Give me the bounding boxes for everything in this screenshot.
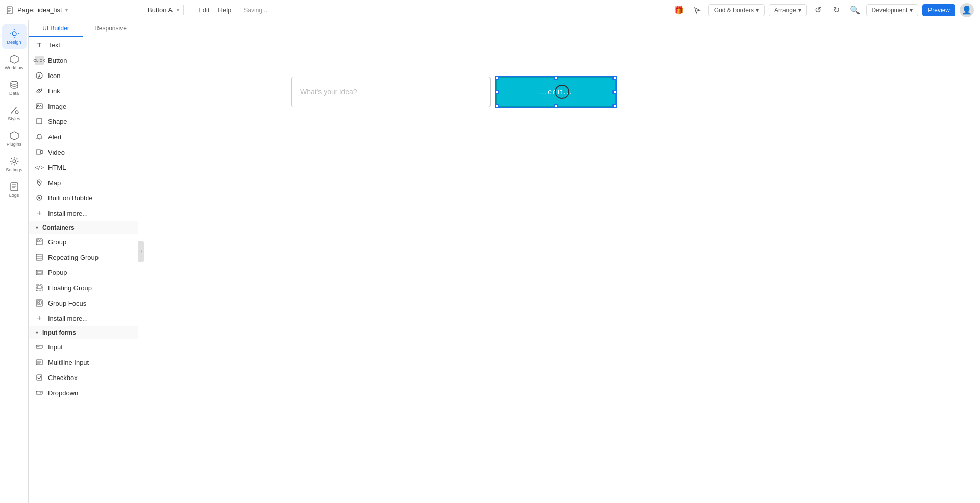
- styles-icon: [9, 105, 19, 115]
- search-button[interactable]: 🔍: [848, 3, 862, 17]
- cursor-tool-icon[interactable]: [690, 3, 704, 17]
- workflow-label: Workflow: [5, 65, 23, 70]
- resize-handle-tl[interactable]: [495, 76, 499, 80]
- settings-label: Settings: [6, 167, 22, 172]
- input-forms-label: Input forms: [42, 329, 76, 336]
- tab-ui-builder[interactable]: UI Builder: [29, 20, 83, 37]
- svg-point-25: [39, 181, 40, 183]
- element-built-on-bubble[interactable]: Built on Bubble: [29, 190, 138, 206]
- element-image[interactable]: Image: [29, 98, 138, 114]
- containers-section-header[interactable]: ▼ Containers: [29, 221, 138, 234]
- svg-rect-37: [37, 286, 41, 289]
- html-icon: </>: [35, 163, 44, 172]
- sidebar-item-plugins[interactable]: Plugins: [2, 127, 27, 151]
- resize-handle-tm[interactable]: [554, 76, 558, 80]
- element-map[interactable]: Map: [29, 175, 138, 190]
- element-icon[interactable]: ★ Icon: [29, 68, 138, 83]
- element-group-focus[interactable]: Group Focus: [29, 295, 138, 311]
- sidebar-item-workflow[interactable]: Workflow: [2, 50, 27, 74]
- multiline-input-icon: [35, 358, 44, 367]
- element-dropdown[interactable]: Dropdown: [29, 385, 138, 400]
- canvas-input-placeholder: What's your idea?: [300, 88, 357, 96]
- group-icon: [35, 237, 44, 246]
- preview-button[interactable]: Preview: [922, 4, 955, 16]
- resize-handle-bl[interactable]: [495, 104, 499, 108]
- element-alert[interactable]: Alert: [29, 129, 138, 144]
- element-input[interactable]: Input: [29, 339, 138, 355]
- element-group[interactable]: Group: [29, 234, 138, 249]
- install-more-1[interactable]: + Install more...: [29, 206, 138, 221]
- saving-indicator: Saving...: [243, 7, 267, 14]
- gift-icon[interactable]: 🎁: [672, 3, 686, 17]
- element-shape[interactable]: Shape: [29, 114, 138, 129]
- element-floating-group[interactable]: Floating Group: [29, 280, 138, 295]
- dropdown-icon: [35, 388, 44, 397]
- resize-handle-mr[interactable]: [612, 90, 617, 94]
- element-video[interactable]: Video: [29, 144, 138, 160]
- checkbox-icon: [35, 373, 44, 382]
- svg-text:★: ★: [37, 73, 41, 79]
- svg-rect-15: [11, 183, 18, 191]
- plugins-label: Plugins: [7, 142, 22, 147]
- element-link[interactable]: Link: [29, 83, 138, 98]
- element-repeating-group[interactable]: Repeating Group: [29, 249, 138, 265]
- element-popup[interactable]: Popup: [29, 265, 138, 280]
- svg-marker-13: [10, 132, 18, 140]
- resize-handle-tr[interactable]: [612, 76, 617, 80]
- canvas-area[interactable]: What's your idea? ...edit...: [138, 20, 980, 503]
- resize-handle-br[interactable]: [612, 104, 617, 108]
- popup-icon: [35, 268, 44, 277]
- svg-rect-24: [36, 150, 41, 154]
- canvas-idea-input[interactable]: What's your idea?: [291, 77, 491, 107]
- icon-element-icon: ★: [35, 71, 44, 80]
- group-focus-icon: [35, 298, 44, 308]
- topbar-divider-1: [143, 5, 143, 15]
- topbar-divider-2: [183, 5, 184, 15]
- edit-menu[interactable]: Edit: [198, 6, 209, 14]
- svg-marker-9: [10, 55, 18, 63]
- resize-handle-ml[interactable]: [495, 90, 499, 94]
- element-text[interactable]: T Text: [29, 37, 138, 53]
- panel-collapse-handle[interactable]: ‹: [138, 241, 144, 262]
- grid-borders-button[interactable]: Grid & borders▾: [708, 4, 765, 16]
- canvas-submit-button[interactable]: ...edit...: [496, 77, 616, 107]
- svg-rect-39: [37, 301, 41, 304]
- button-icon: CLICK: [35, 56, 44, 65]
- button-a-arrow[interactable]: ▾: [177, 7, 179, 13]
- undo-button[interactable]: ↺: [811, 3, 825, 17]
- tab-responsive[interactable]: Responsive: [83, 20, 138, 37]
- sidebar-item-styles[interactable]: Styles: [2, 101, 27, 125]
- text-icon: T: [35, 40, 44, 49]
- resize-handle-bm[interactable]: [554, 104, 558, 108]
- link-icon: [35, 86, 44, 95]
- sidebar-item-design[interactable]: Design: [2, 24, 27, 49]
- install-more-1-icon: +: [35, 209, 44, 218]
- image-icon: [35, 102, 44, 111]
- help-menu[interactable]: Help: [218, 6, 232, 14]
- page-label: Page:: [17, 6, 35, 14]
- sidebar-item-logs[interactable]: Logs: [2, 178, 27, 202]
- element-multiline-input[interactable]: Multiline Input: [29, 355, 138, 370]
- sidebar-item-data[interactable]: Data: [2, 76, 27, 100]
- install-more-2-icon: +: [35, 314, 44, 323]
- element-html[interactable]: </> HTML: [29, 160, 138, 175]
- topbar-nav: Edit Help Saving...: [198, 6, 267, 14]
- svg-point-40: [39, 302, 40, 304]
- plugins-icon: [9, 131, 19, 141]
- topbar-left: Page: idea_list ▾: [6, 6, 139, 14]
- element-checkbox[interactable]: Checkbox: [29, 370, 138, 385]
- page-dropdown-arrow[interactable]: ▾: [65, 7, 68, 13]
- svg-point-27: [38, 197, 40, 199]
- panel-tabs: UI Builder Responsive: [29, 20, 138, 37]
- redo-button[interactable]: ↻: [829, 3, 844, 17]
- design-label: Design: [7, 40, 21, 45]
- user-avatar[interactable]: 👤: [960, 3, 974, 17]
- arrange-button[interactable]: Arrange▾: [769, 4, 807, 16]
- page-icon: [6, 6, 14, 14]
- element-button[interactable]: CLICK Button: [29, 53, 138, 68]
- input-forms-section-header[interactable]: ▼ Input forms: [29, 326, 138, 339]
- development-button[interactable]: Development▾: [866, 4, 919, 16]
- install-more-2[interactable]: + Install more...: [29, 311, 138, 326]
- sidebar-item-settings[interactable]: Settings: [2, 152, 27, 177]
- button-a-label: Button A: [148, 6, 173, 14]
